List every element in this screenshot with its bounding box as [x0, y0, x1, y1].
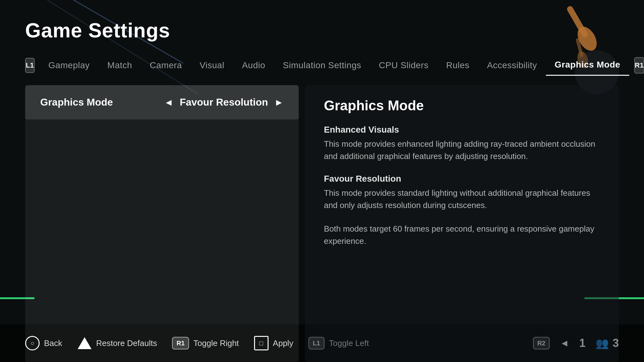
- tab-rules[interactable]: Rules: [437, 55, 478, 75]
- info-footer-text: Both modes target 60 frames per second, …: [324, 223, 600, 247]
- tab-camera[interactable]: Camera: [141, 55, 191, 75]
- enhanced-visuals-title: Enhanced Visuals: [324, 125, 600, 135]
- tab-match[interactable]: Match: [98, 55, 141, 75]
- tab-audio[interactable]: Audio: [233, 55, 274, 75]
- tab-visual[interactable]: Visual: [191, 55, 233, 75]
- setting-value: Favour Resolution: [180, 96, 268, 108]
- left-panel: Graphics Mode ◄ Favour Resolution ►: [25, 85, 299, 362]
- r1-tab-badge[interactable]: R1: [634, 57, 644, 74]
- tab-accessibility[interactable]: Accessibility: [478, 55, 546, 75]
- favour-resolution-text: This mode provides standard lighting wit…: [324, 187, 600, 211]
- info-panel-title: Graphics Mode: [324, 98, 600, 113]
- main-content: Graphics Mode ◄ Favour Resolution ► Grap…: [25, 85, 619, 362]
- tab-bar: L1 Gameplay Match Camera Visual Audio Si…: [25, 55, 619, 76]
- tab-cpu-sliders[interactable]: CPU Sliders: [370, 55, 437, 75]
- page-title: Game Settings: [25, 19, 619, 42]
- tab-gameplay[interactable]: Gameplay: [40, 55, 99, 75]
- right-panel: Graphics Mode Enhanced Visuals This mode…: [305, 85, 619, 362]
- favour-resolution-section: Favour Resolution This mode provides sta…: [324, 174, 600, 211]
- arrow-left-icon[interactable]: ◄: [164, 97, 174, 108]
- page-container: Game Settings L1 Gameplay Match Camera V…: [0, 0, 644, 362]
- tab-simulation-settings[interactable]: Simulation Settings: [274, 55, 370, 75]
- setting-value-control: ◄ Favour Resolution ►: [164, 96, 284, 108]
- l1-tab-badge[interactable]: L1: [25, 58, 35, 73]
- enhanced-visuals-section: Enhanced Visuals This mode provides enha…: [324, 125, 600, 162]
- arrow-right-icon[interactable]: ►: [274, 97, 284, 108]
- favour-resolution-title: Favour Resolution: [324, 174, 600, 184]
- enhanced-visuals-text: This mode provides enhanced lighting add…: [324, 138, 600, 162]
- tab-graphics-mode[interactable]: Graphics Mode: [546, 55, 629, 76]
- setting-label: Graphics Mode: [40, 96, 113, 108]
- graphics-mode-setting-row[interactable]: Graphics Mode ◄ Favour Resolution ►: [25, 85, 299, 119]
